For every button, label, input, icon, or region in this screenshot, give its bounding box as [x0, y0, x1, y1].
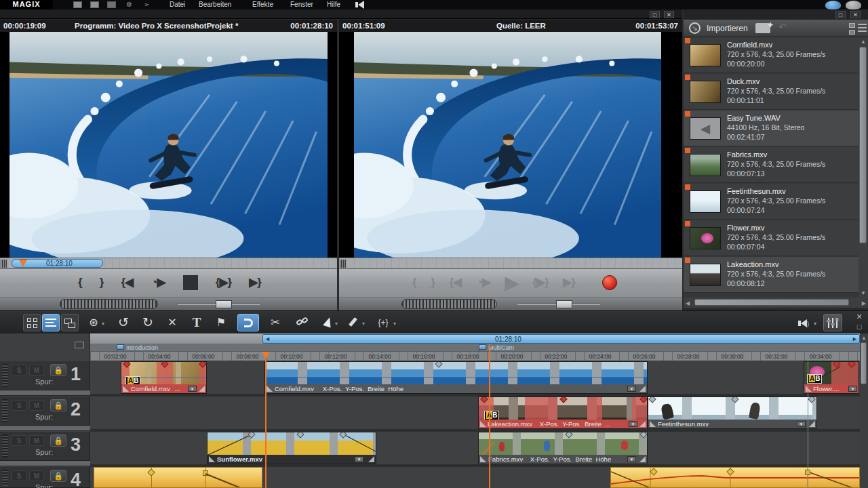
media-scrollbar-horizontal[interactable]: ◀ ▶ [684, 298, 868, 308]
media-scroll-thumb[interactable] [859, 47, 867, 243]
menu-bearbeiten[interactable]: Bearbeiten [199, 0, 231, 9]
pen-tool-icon[interactable] [347, 314, 362, 331]
track-2-solo-button[interactable]: S [12, 400, 26, 411]
program-jog-wheel[interactable] [60, 299, 158, 309]
view-grid-button[interactable] [23, 314, 41, 331]
track-2-lock-button[interactable]: 🔒 [50, 399, 66, 411]
track-4-mute-button[interactable]: M [29, 470, 44, 481]
insert-mode-icon[interactable]: {+} [373, 314, 393, 331]
track-grip[interactable] [2, 434, 8, 458]
clip-dropdown-icon[interactable]: ▼ [627, 456, 636, 462]
clip-dropdown-icon[interactable]: ▼ [797, 421, 806, 427]
src-play-section-button[interactable]: {▶} [532, 269, 548, 296]
view-options-icon2[interactable] [849, 30, 855, 35]
gear-icon[interactable]: ⚙ [126, 0, 132, 9]
track-3-solo-button[interactable]: S [12, 435, 26, 446]
media-pool-close-icon[interactable]: ✕ [850, 11, 861, 18]
folder-up-icon[interactable]: ↶ [778, 21, 787, 33]
program-shuttle-thumb[interactable] [216, 300, 232, 308]
window-button-2[interactable] [90, 1, 99, 8]
media-item-duck[interactable]: Duck.mxv 720 x 576, 4:3, 25.00 Frames/s … [684, 74, 859, 110]
menu-datei[interactable]: Datei [170, 0, 185, 9]
fade-in-handle[interactable] [806, 386, 812, 392]
fade-out-handle[interactable] [809, 421, 815, 427]
clip-feetinthesun[interactable]: Feetinthesun.mxv ▼ [648, 396, 817, 429]
title-tool-icon[interactable]: T [189, 314, 205, 331]
fade-out-handle[interactable] [368, 456, 374, 462]
delete-icon[interactable]: ✕ [164, 314, 180, 331]
scrub-grip-right[interactable] [2, 260, 8, 268]
program-scrub-bar[interactable]: 01:28:10 [0, 258, 337, 269]
media-item-feetinthesun[interactable]: Feetinthesun.mxv 720 x 576, 4:3, 25.00 F… [684, 184, 859, 220]
track-1-lock-button[interactable]: 🔒 [50, 364, 66, 376]
reel-dropdown-icon[interactable]: ▾ [102, 321, 104, 327]
multicam-marker-flag-icon[interactable] [479, 344, 486, 350]
play-section-button[interactable]: {▶} [216, 269, 231, 296]
media-item-easytune[interactable]: ◄ Easy Tune.WAV 44100 Hz, 16 Bit, Stereo… [684, 110, 859, 146]
audio-clip-2[interactable] [610, 467, 860, 488]
program-playhead-marker[interactable] [19, 260, 27, 267]
master-volume-icon[interactable]: ) [793, 314, 814, 331]
src-play-button[interactable]: ▶ [505, 269, 518, 296]
link-chain-icon[interactable] [294, 314, 311, 331]
record-button[interactable] [602, 275, 617, 290]
cursor-icon[interactable]: ➢ [144, 0, 149, 9]
cut-scissors-icon[interactable]: ✂ [266, 314, 285, 331]
view-options-icon[interactable] [849, 23, 855, 28]
mouse-mode-icon[interactable] [320, 314, 334, 331]
mixer-button[interactable] [823, 314, 842, 331]
track-3-lock-button[interactable]: 🔒 [50, 434, 66, 447]
track-4-lock-button[interactable]: 🔒 [50, 470, 66, 482]
stop-button[interactable] [183, 275, 198, 290]
fade-in-handle[interactable] [480, 456, 486, 462]
source-shuttle-thumb[interactable] [556, 300, 572, 308]
fade-in-handle[interactable] [480, 421, 486, 427]
src-jump-end-button[interactable]: ▶} [563, 269, 575, 296]
menu-effekte[interactable]: Effekte [252, 0, 273, 9]
film-reel-icon[interactable]: ⊛ [85, 314, 102, 331]
media-hscroll-thumb[interactable] [694, 299, 849, 306]
fade-out-handle[interactable] [639, 421, 646, 427]
media-pool-maximize-icon[interactable]: □ [835, 11, 846, 18]
media-item-flower[interactable]: Flower.mxv 720 x 576, 4:3, 25.00 Frames/… [684, 220, 859, 256]
track-grip[interactable] [2, 364, 8, 387]
track-1-solo-button[interactable]: S [12, 365, 26, 375]
volume-dropdown-icon[interactable]: ▾ [814, 321, 816, 327]
fade-out-handle[interactable] [199, 386, 205, 392]
timeline-play-range[interactable]: ◄ 01:28:10 ► [262, 334, 860, 344]
media-item-lakeaction[interactable]: Lakeaction.mxv 720 x 576, 4:3, 25.00 Fra… [684, 257, 859, 293]
track-1-mute-button[interactable]: M [29, 365, 44, 375]
speaker-menu-icon[interactable] [355, 0, 364, 9]
clip-flower-selected[interactable]: AB Flower.... ▼ [804, 361, 859, 394]
timeline-maximize-icon[interactable]: □ [853, 323, 865, 332]
fade-in-handle[interactable] [267, 386, 273, 392]
clip-lakeaction-selected[interactable]: AB Lakeaction.mxv X-Pos. Y-Pos. Breite .… [478, 396, 648, 429]
source-shuttle[interactable] [517, 304, 600, 305]
jump-start-button[interactable]: {◀ [121, 269, 133, 296]
window-button-1[interactable] [73, 1, 82, 8]
mark-in-button[interactable]: { [78, 269, 82, 296]
clip-fabrics[interactable]: Fabrics.mxv X-Pos. Y-Pos. Breite Höhe ▼ [478, 432, 648, 464]
clip-cornfield-selected[interactable]: AB Cornfield.mxv ... ▼ [121, 361, 207, 394]
fade-in-handle[interactable] [650, 421, 656, 427]
clip-cornfield-long[interactable]: Cornfield.mxv X-Pos. Y-Pos. Breite Höhe … [264, 361, 648, 394]
src-mark-out-button[interactable]: } [431, 269, 435, 296]
clip-dropdown-icon[interactable]: ▼ [627, 386, 636, 392]
clip-dropdown-icon[interactable]: ▼ [355, 456, 363, 462]
pen-dropdown-icon[interactable]: ▾ [362, 321, 365, 327]
src-play-timer-button[interactable]: ◔▶ [476, 269, 490, 296]
track-grip[interactable] [2, 470, 8, 486]
undo-icon[interactable]: ↺ [115, 314, 132, 331]
round-button[interactable] [845, 0, 862, 10]
source-jog-wheel[interactable] [401, 299, 497, 309]
track-3-mute-button[interactable]: M [29, 435, 44, 446]
timeline-marker-row[interactable]: Introduction MultiCam [90, 344, 868, 352]
src-mark-in-button[interactable]: { [412, 269, 416, 296]
mark-out-button[interactable]: } [100, 269, 104, 296]
fade-in-handle[interactable] [123, 386, 129, 392]
scroll-left-arrow[interactable]: ◀ [686, 300, 690, 306]
play-timer-button[interactable]: ◔▶ [151, 269, 165, 296]
playhead-line[interactable] [265, 352, 267, 488]
media-item-cornfield[interactable]: Cornfield.mxv 720 x 576, 4:3, 25.00 Fram… [684, 37, 859, 73]
monitor-maximize-icon[interactable]: □ [650, 11, 660, 18]
